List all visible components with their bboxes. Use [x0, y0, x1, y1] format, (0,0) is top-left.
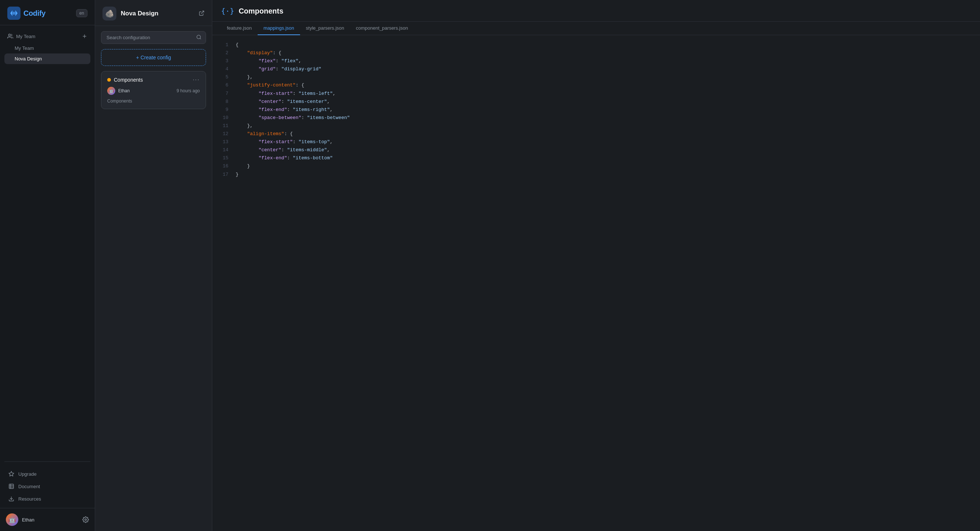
code-line-14: 14 "center": "items-middle", — [221, 146, 971, 154]
editor-header: {·} Components — [212, 0, 980, 22]
external-link-icon — [199, 10, 205, 16]
star-icon — [8, 470, 14, 477]
code-line-9: 9 "flex-end": "items-right", — [221, 106, 971, 114]
svg-point-2 — [8, 34, 10, 36]
code-line-6: 6 "justify-content": { — [221, 81, 971, 89]
sidebar: Codify en My Team My Team Nova Design — [0, 0, 95, 531]
app-name: Codify — [24, 9, 45, 18]
svg-marker-5 — [9, 471, 14, 476]
settings-button[interactable] — [82, 517, 89, 523]
code-line-17: 17 } — [221, 171, 971, 179]
search-icon — [196, 34, 202, 41]
svg-rect-1 — [13, 12, 15, 14]
more-options-button[interactable]: ··· — [193, 77, 200, 83]
users-icon — [7, 33, 13, 39]
tab-mappings-json[interactable]: mappings.json — [258, 22, 300, 35]
external-link-button[interactable] — [199, 10, 205, 17]
svg-point-13 — [197, 35, 200, 38]
card-timestamp: 9 hours ago — [177, 88, 200, 93]
code-line-2: 2 "display": { — [221, 49, 971, 57]
search-bar — [101, 31, 206, 44]
card-author-avatar: 🤖 — [107, 87, 115, 95]
sidebar-header: Codify en — [0, 0, 95, 25]
config-card-header: Components ··· — [107, 77, 200, 83]
code-line-13: 13 "flex-start": "items-top", — [221, 138, 971, 146]
user-area: 🤖 Ethan — [6, 513, 34, 526]
project-title-area: 🪨 Nova Design — [102, 6, 159, 21]
card-description: Components — [107, 99, 200, 104]
codify-logo-icon — [7, 6, 21, 20]
create-config-label: + Create config — [136, 54, 171, 61]
gear-icon — [82, 517, 89, 523]
code-line-4: 4 "grid": "display-grid" — [221, 65, 971, 73]
download-icon — [8, 496, 14, 502]
svg-line-14 — [200, 38, 201, 39]
add-team-icon[interactable] — [82, 33, 88, 39]
tab-feature-json[interactable]: feature.json — [221, 22, 258, 35]
sidebar-item-nova-design[interactable]: Nova Design — [5, 53, 91, 64]
project-icon: 🪨 — [102, 6, 116, 21]
search-input[interactable] — [101, 31, 206, 44]
tabs-row: feature.json mappings.json style_parsers… — [212, 22, 980, 35]
editor-title: Components — [239, 7, 283, 15]
tab-style-parsers-json[interactable]: style_parsers.json — [300, 22, 350, 35]
tab-component-parsers-json[interactable]: component_parsers.json — [350, 22, 414, 35]
code-line-11: 11 }, — [221, 122, 971, 130]
code-line-7: 7 "flex-start": "items-left", — [221, 90, 971, 98]
logo-area: Codify — [7, 6, 45, 20]
team-section: My Team My Team Nova Design — [0, 25, 95, 459]
book-icon — [8, 483, 14, 490]
svg-point-11 — [85, 519, 87, 521]
sidebar-footer: 🤖 Ethan — [0, 508, 95, 531]
editor-title-row: {·} Components — [221, 6, 283, 21]
project-name: Nova Design — [121, 10, 159, 17]
team-section-title: My Team — [7, 33, 35, 39]
username: Ethan — [22, 517, 34, 523]
avatar: 🤖 — [6, 513, 18, 526]
code-line-8: 8 "center": "items-center", — [221, 98, 971, 106]
middle-panel: 🪨 Nova Design + Create config Compon — [95, 0, 212, 531]
svg-rect-6 — [9, 484, 14, 488]
config-card-title: Components — [107, 77, 143, 83]
sidebar-item-my-team[interactable]: My Team — [5, 43, 91, 53]
editor-panel: {·} Components feature.json mappings.jso… — [212, 0, 980, 531]
card-author-name: Ethan — [118, 88, 130, 93]
sidebar-divider — [5, 461, 91, 462]
editor-title-icon: {·} — [221, 6, 234, 15]
sidebar-item-upgrade[interactable]: Upgrade — [5, 468, 91, 480]
status-dot — [107, 78, 111, 82]
code-line-5: 5 }, — [221, 73, 971, 81]
code-line-15: 15 "flex-end": "items-bottom" — [221, 154, 971, 162]
sidebar-item-document[interactable]: Document — [5, 480, 91, 493]
sidebar-nav: Upgrade Document Resources — [0, 465, 95, 508]
code-editor[interactable]: 1 { 2 "display": { 3 "flex": "flex", 4 "… — [212, 35, 980, 531]
code-line-3: 3 "flex": "flex", — [221, 57, 971, 65]
code-line-10: 10 "space-between": "items-between" — [221, 114, 971, 122]
config-card[interactable]: Components ··· 🤖 Ethan 9 hours ago Compo… — [101, 71, 206, 109]
sidebar-item-resources[interactable]: Resources — [5, 493, 91, 505]
team-section-label: My Team — [16, 34, 35, 39]
code-line-12: 12 "align-items": { — [221, 130, 971, 138]
code-line-1: 1 { — [221, 41, 971, 49]
svg-line-12 — [201, 11, 204, 14]
language-badge[interactable]: en — [76, 9, 88, 17]
middle-header: 🪨 Nova Design — [95, 0, 212, 26]
create-config-button[interactable]: + Create config — [101, 49, 206, 66]
my-team-header[interactable]: My Team — [5, 31, 91, 41]
config-card-meta: 🤖 Ethan 9 hours ago — [107, 87, 200, 95]
code-line-16: 16 } — [221, 162, 971, 170]
